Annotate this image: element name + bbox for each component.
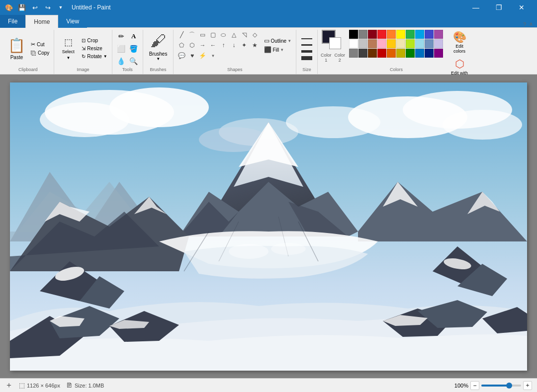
shape-heart[interactable]: ♥ — [187, 51, 197, 61]
shape-line[interactable]: ╱ — [177, 30, 186, 40]
palette-color-ffaec9[interactable] — [377, 39, 386, 48]
add-icon: ＋ — [5, 380, 13, 391]
palette-color-a349a4[interactable] — [434, 30, 443, 39]
palette-color-3f48cc[interactable] — [425, 30, 434, 39]
select-button[interactable]: ⬚ Select ▼ — [57, 36, 79, 61]
resize-button[interactable]: ⇲ Resize — [80, 45, 108, 52]
size-4px[interactable] — [301, 50, 312, 53]
rotate-button[interactable]: ↻ Rotate ▼ — [80, 53, 108, 60]
undo-quick-btn[interactable]: ↩ — [30, 2, 40, 12]
colorfill-tool[interactable]: 🪣 — [128, 43, 140, 55]
shape-more[interactable]: ▼ — [208, 51, 218, 61]
status-add[interactable]: ＋ — [5, 380, 13, 391]
palette-color-6b3000[interactable] — [368, 49, 377, 58]
edit-colors-button[interactable]: 🎨 Edit colors — [447, 30, 472, 55]
palette-color-b97a57[interactable] — [368, 39, 377, 48]
zoom-percent: 100% — [454, 383, 468, 389]
outline-button[interactable]: ▭ Outline ▼ — [263, 37, 293, 45]
shape-pentagon[interactable]: ⬠ — [177, 40, 186, 50]
shape-hexagon[interactable]: ⬡ — [187, 40, 197, 50]
tab-home[interactable]: Home — [25, 15, 58, 28]
palette-color-404040[interactable] — [358, 49, 367, 58]
palette-color-00a2e8[interactable] — [415, 30, 424, 39]
palette-color-fff200[interactable] — [396, 30, 405, 39]
palette-color-808080[interactable] — [349, 49, 358, 58]
eyedropper-tool[interactable]: 💧 — [115, 55, 127, 67]
palette-color-7f7f7f[interactable] — [358, 30, 367, 39]
shape-roundrect[interactable]: ▢ — [208, 30, 218, 40]
shape-arrow-d[interactable]: ↓ — [229, 40, 239, 50]
tab-file[interactable]: File — [0, 15, 25, 28]
canvas-container[interactable] — [10, 82, 527, 371]
palette-color-c00000[interactable] — [377, 49, 386, 58]
palette-color-99d9ea[interactable] — [415, 39, 424, 48]
shape-ellipse[interactable]: ⬭ — [218, 30, 228, 40]
zoom-thumb[interactable] — [506, 383, 512, 389]
qa-dropdown-btn[interactable]: ▼ — [56, 2, 66, 12]
palette-color-c3c3c3[interactable] — [358, 39, 367, 48]
palette-color-22b14c[interactable] — [406, 30, 415, 39]
palette-color-c0b000[interactable] — [396, 49, 405, 58]
zoom-control: 100% − ＋ — [454, 381, 532, 390]
shape-rtriangle[interactable]: ◹ — [239, 30, 249, 40]
palette-color-7092be[interactable] — [425, 39, 434, 48]
shape-diamond[interactable]: ◇ — [250, 30, 260, 40]
cut-button[interactable]: ✂ Cut — [29, 40, 51, 49]
size-8px[interactable] — [301, 56, 312, 60]
palette-color-ffc90e[interactable] — [387, 39, 396, 48]
shape-triangle[interactable]: △ — [229, 30, 239, 40]
pencil-tool[interactable]: ✏ — [115, 30, 127, 42]
ribbon-collapse-icon[interactable]: ∧ — [529, 21, 533, 27]
restore-btn[interactable]: ❐ — [487, 0, 510, 15]
shape-arrow-r[interactable]: → — [197, 40, 207, 50]
fill-label: Fill — [272, 47, 279, 53]
size-1px[interactable] — [301, 38, 312, 39]
paste-button[interactable]: 📋 Paste — [5, 35, 28, 62]
palette-color-800080[interactable] — [434, 49, 443, 58]
palette-color-ffffff[interactable] — [349, 39, 358, 48]
shape-star4[interactable]: ✦ — [239, 40, 249, 50]
magnifier-tool[interactable]: 🔍 — [128, 55, 140, 67]
palette-color-008000[interactable] — [406, 49, 415, 58]
eraser-tool[interactable]: ⬜ — [115, 43, 127, 55]
copy-button[interactable]: ⿻ Copy — [29, 49, 51, 57]
color2-swatch[interactable] — [330, 38, 341, 49]
tab-view[interactable]: View — [58, 15, 87, 28]
palette-color-c8bfe7[interactable] — [434, 39, 443, 48]
ribbon-tabs: File Home View ? ∧ — [0, 15, 537, 28]
shape-star5[interactable]: ★ — [250, 40, 260, 50]
palette-color-e06000[interactable] — [387, 49, 396, 58]
palette-color-ff7f27[interactable] — [387, 30, 396, 39]
palette-color-000000[interactable] — [349, 30, 358, 39]
dimensions-text: 1126 × 646px — [27, 383, 60, 389]
shape-arrow-u[interactable]: ↑ — [218, 40, 228, 50]
zoom-slider[interactable] — [481, 385, 521, 387]
shape-callout[interactable]: 💬 — [177, 51, 186, 61]
crop-button[interactable]: ⊡ Crop — [80, 37, 108, 44]
status-dimensions-item: ⬚ 1126 × 646px — [19, 382, 60, 389]
text-tool[interactable]: A — [128, 30, 140, 42]
close-btn[interactable]: ✕ — [510, 0, 533, 15]
palette-color-002080[interactable] — [425, 49, 434, 58]
painting[interactable] — [10, 82, 527, 371]
redo-quick-btn[interactable]: ↪ — [43, 2, 53, 12]
palette-color-b5e61d[interactable] — [406, 39, 415, 48]
fill-button[interactable]: ⬛ Fill ▼ — [263, 46, 293, 54]
zoom-in-button[interactable]: ＋ — [523, 381, 532, 390]
zoom-out-button[interactable]: − — [470, 381, 479, 390]
shape-curve[interactable]: ⌒ — [187, 30, 197, 40]
svg-point-8 — [286, 106, 380, 138]
shape-arrow-l[interactable]: ← — [208, 40, 218, 50]
size-2px[interactable] — [301, 44, 312, 46]
shape-lightning[interactable]: ⚡ — [197, 51, 207, 61]
palette-color-efe4b0[interactable] — [396, 39, 405, 48]
palette-color-ed1c24[interactable] — [377, 30, 386, 39]
shape-rect[interactable]: ▭ — [197, 30, 207, 40]
palette-color-880015[interactable] — [368, 30, 377, 39]
palette-color-0070c0[interactable] — [415, 49, 424, 58]
brushes-button[interactable]: 🖌 Brushes ▼ — [146, 30, 171, 70]
save-quick-btn[interactable]: 💾 — [17, 2, 27, 12]
group-tools: ✏ A ⬜ 🪣 💧 🔍 Tools — [112, 30, 143, 74]
ribbon-help-icon[interactable]: ? — [523, 21, 526, 27]
minimize-btn[interactable]: — — [464, 0, 487, 15]
